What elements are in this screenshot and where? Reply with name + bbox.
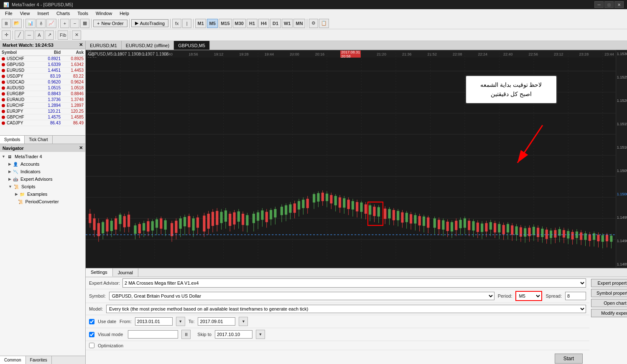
svg-rect-163 — [401, 212, 403, 223]
market-watch-close[interactable]: ✕ — [79, 42, 83, 48]
autotrading-button[interactable]: ▶ AutoTrading — [131, 19, 169, 27]
market-watch-row[interactable]: CADJPY 86.43 86.49 — [0, 120, 85, 126]
price-scale: 1.1530 1.1525 1.1520 1.1515 1.1510 1.150… — [616, 50, 627, 268]
market-watch-row[interactable]: USDJPY 83.19 83.22 — [0, 73, 85, 79]
nav-scripts[interactable]: ▼ 📜 Scripts — [8, 183, 84, 190]
skip-to-input[interactable] — [215, 330, 252, 339]
menu-charts[interactable]: Charts — [53, 10, 73, 17]
market-watch-row[interactable]: EURCHF 1.2894 1.2897 — [0, 103, 85, 109]
tab-eurusd-m1[interactable]: EURUSD,M1 — [86, 41, 122, 50]
optimization-checkbox[interactable] — [89, 343, 94, 348]
market-watch-row[interactable]: USDCHF 0.8921 0.8925 — [0, 56, 85, 62]
period-h1[interactable]: H1 — [247, 19, 257, 28]
navigator-close[interactable]: ✕ — [79, 145, 83, 151]
zoom-in-btn[interactable]: + — [60, 19, 69, 28]
market-watch-row[interactable]: EURUSD 1.4451 1.4453 — [0, 68, 85, 73]
skip-calendar-btn[interactable]: ▼ — [256, 330, 265, 339]
expert-properties-btn[interactable]: Expert properties — [591, 279, 627, 287]
tab-settings[interactable]: Settings — [86, 268, 113, 277]
symbol-select[interactable]: GBPUSD, Great Britain Pound vs US Dollar — [109, 292, 494, 300]
from-input[interactable] — [135, 317, 173, 326]
use-date-checkbox[interactable] — [89, 319, 94, 324]
market-watch-row[interactable]: GBPCHF 1.4575 1.4585 — [0, 114, 85, 120]
nav-tab-favorites[interactable]: Favorites — [26, 356, 52, 364]
spread-input[interactable] — [565, 292, 586, 300]
nav-examples[interactable]: ▶ 📁 Examples — [14, 190, 84, 198]
period-w1[interactable]: W1 — [282, 19, 293, 28]
visual-mode-checkbox[interactable] — [89, 332, 94, 337]
market-watch-row[interactable]: EURAUD 1.3736 1.3748 — [0, 97, 85, 103]
crosshair-btn[interactable]: ✛ — [2, 30, 11, 40]
col-symbol: Symbol — [2, 50, 38, 55]
nav-metatrader4[interactable]: ▼ 🖥 MetaTrader 4 — [1, 153, 84, 160]
pause-btn[interactable]: ⏸ — [181, 330, 191, 339]
spread-label: Spread: — [545, 293, 562, 298]
period-m5[interactable]: M5 — [207, 19, 218, 28]
expert-btn[interactable]: ⚙ — [309, 19, 318, 28]
market-watch-row[interactable]: EURGBP 0.8843 0.8846 — [0, 91, 85, 97]
to-input[interactable] — [198, 317, 235, 326]
fib-btn[interactable]: Fib — [58, 30, 68, 40]
tab-symbols[interactable]: Symbols — [0, 136, 25, 144]
menu-file[interactable]: File — [2, 10, 16, 17]
text-btn[interactable]: A — [35, 30, 44, 40]
market-watch-row[interactable]: EURJPY 120.21 120.25 — [0, 109, 85, 114]
period-h4[interactable]: H4 — [258, 19, 269, 28]
market-watch-row[interactable]: AUDUSD 1.0515 1.0518 — [0, 85, 85, 91]
chart-line-btn[interactable]: 📈 — [46, 19, 56, 28]
arrow-btn[interactable]: ↗ — [45, 30, 54, 40]
tab-gbpusd-m5[interactable]: GBPUSD,M5 — [174, 41, 210, 50]
indicator-btn[interactable]: fx — [172, 19, 181, 28]
period-m30[interactable]: M30 — [233, 19, 246, 28]
tab-journal[interactable]: Journal — [113, 268, 138, 277]
window-controls[interactable]: ─ □ ✕ — [594, 1, 624, 8]
menu-view[interactable]: View — [17, 10, 33, 17]
hline-btn[interactable]: ─ — [25, 30, 34, 40]
market-watch-row[interactable]: GBPUSD 1.6339 1.6342 — [0, 62, 85, 68]
close-button[interactable]: ✕ — [614, 1, 624, 8]
start-button[interactable]: Start — [555, 354, 583, 364]
ea-select[interactable]: 2 MA Crosses Mega filter EA V1.ex4 — [122, 278, 586, 288]
from-calendar-btn[interactable]: ▼ — [176, 317, 185, 326]
tab-eurusd-m2[interactable]: EURUSD,M2 (offline) — [122, 41, 174, 50]
nav-indicators[interactable]: ▶ 📉 Indicators — [8, 168, 84, 175]
svg-rect-37 — [115, 218, 117, 230]
nav-tab-common[interactable]: Common — [0, 356, 26, 364]
modify-expert-btn[interactable]: Modify expert — [591, 309, 627, 317]
period-m15[interactable]: M15 — [219, 19, 232, 28]
nav-accounts[interactable]: ▶ 👤 Accounts — [8, 160, 84, 168]
period-m1[interactable]: M1 — [195, 19, 206, 28]
svg-rect-151 — [373, 207, 375, 216]
minimize-button[interactable]: ─ — [594, 1, 604, 8]
zoom-out-btn[interactable]: − — [70, 19, 79, 28]
visual-speed-input[interactable] — [128, 330, 178, 339]
menu-tools[interactable]: Tools — [74, 10, 92, 17]
period-sep-btn[interactable]: | — [182, 19, 191, 28]
new-button[interactable]: 🗎 — [2, 19, 11, 28]
symbol-properties-btn[interactable]: Symbol properties — [591, 289, 627, 297]
chart-candle-btn[interactable]: 🕯 — [36, 19, 46, 28]
period-d1[interactable]: D1 — [270, 19, 281, 28]
restore-button[interactable]: □ — [604, 1, 614, 8]
delete-btn[interactable]: ✕ — [72, 30, 81, 40]
chart-bar-btn[interactable]: 📊 — [25, 19, 36, 28]
market-watch-header: Market Watch: 16:24:53 ✕ — [0, 41, 85, 49]
to-calendar-btn[interactable]: ▼ — [239, 317, 248, 326]
model-select[interactable]: Every tick (the most precise method base… — [106, 305, 586, 313]
menu-help[interactable]: Help — [116, 10, 133, 17]
scripts-icon: 📜 — [13, 183, 20, 190]
period-mn[interactable]: MN — [293, 19, 305, 28]
nav-period-converter[interactable]: 📜 PeriodConverter — [14, 198, 84, 205]
grid-btn[interactable]: ▦ — [80, 19, 89, 28]
market-watch-row[interactable]: USDCAD 0.9620 0.9624 — [0, 79, 85, 85]
tab-tick-chart[interactable]: Tick Chart — [25, 136, 52, 144]
period-select[interactable]: M5 M1 M15 M30 H1 H4 D1 — [516, 292, 541, 300]
menu-insert[interactable]: Insert — [34, 10, 52, 17]
nav-expert-advisors[interactable]: ▶ 🤖 Expert Advisors — [8, 175, 84, 183]
line-btn[interactable]: ╱ — [15, 30, 24, 40]
open-chart-btn[interactable]: Open chart — [591, 299, 627, 307]
new-order-button[interactable]: + New Order — [93, 20, 127, 27]
open-button[interactable]: 📂 — [12, 19, 22, 28]
template-btn[interactable]: 📋 — [319, 19, 329, 28]
menu-window[interactable]: Window — [92, 10, 115, 17]
